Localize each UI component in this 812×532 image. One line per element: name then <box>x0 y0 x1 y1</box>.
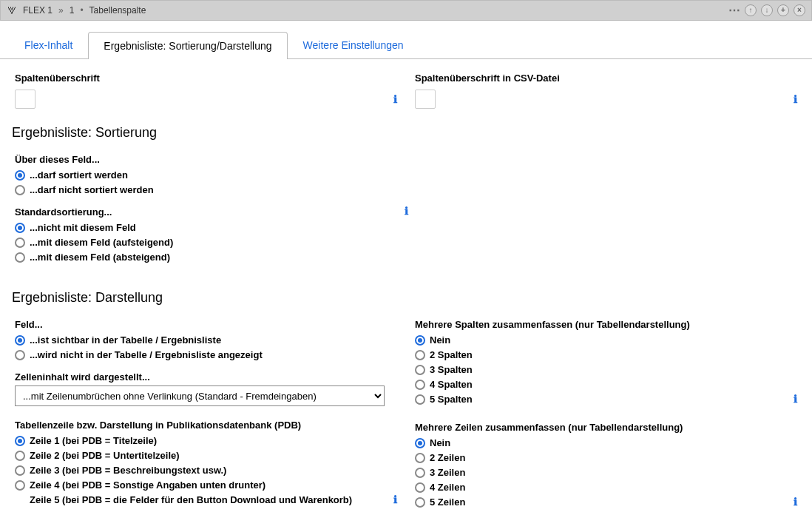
info-icon[interactable] <box>405 205 408 218</box>
radio-cols-4[interactable]: 4 Spalten <box>415 377 788 392</box>
info-icon[interactable] <box>794 93 797 106</box>
radio-pdb-row-1[interactable]: Zeile 1 (bei PDB = Titelzeile) <box>15 434 388 448</box>
radio-sort-allowed[interactable]: ...darf sortiert werden <box>15 168 399 183</box>
more-icon[interactable]: ⋯ <box>728 4 740 16</box>
radio-rows-5[interactable]: 5 Zeilen <box>415 495 788 510</box>
radio-default-sort-none[interactable]: ...nicht mit diesem Feld <box>15 220 399 235</box>
breadcrumb-3: Tabellenspalte <box>89 5 146 16</box>
radio-sort-not-allowed[interactable]: ...darf nicht sortiert werden <box>15 183 399 198</box>
info-icon[interactable] <box>393 93 397 106</box>
label-column-header-csv: Spaltenüberschrift in CSV-Datei <box>415 73 797 84</box>
titlebar-actions: ⋯ ↑ ↓ + × <box>728 4 805 16</box>
info-icon[interactable] <box>794 393 797 405</box>
radio-cols-2[interactable]: 2 Spalten <box>415 348 788 363</box>
section-sorting: Ergebnisliste: Sortierung <box>12 125 797 141</box>
close-icon[interactable]: × <box>794 4 805 16</box>
input-column-header[interactable] <box>15 90 35 109</box>
radio-rows-2[interactable]: 2 Zeilen <box>415 451 788 465</box>
radio-pdb-row-3[interactable]: Zeile 3 (bei PDB = Beschreibungstext usw… <box>15 463 388 478</box>
select-cell-display[interactable]: ...mit Zeilenumbrüchen ohne Verlinkung (… <box>15 385 385 406</box>
radio-field-visible[interactable]: ...ist sichtbar in der Tabelle / Ergebni… <box>15 333 397 348</box>
radio-default-sort-asc[interactable]: ...mit diesem Feld (aufsteigend) <box>15 235 399 250</box>
label-merge-rows: Mehrere Zeilen zusammenfassen (nur Tabel… <box>415 422 788 433</box>
radio-rows-none[interactable]: Nein <box>415 436 788 451</box>
label-sort-field: Über dieses Feld... <box>15 154 399 165</box>
add-icon[interactable]: + <box>777 4 789 16</box>
info-icon[interactable] <box>393 494 397 506</box>
radio-pdb-row-5[interactable]: Zeile 5 (bei PDB = die Felder für den Bu… <box>15 493 388 508</box>
radio-field-hidden[interactable]: ...wird nicht in der Tabelle / Ergebnisl… <box>15 348 397 363</box>
breadcrumb-1: FLEX 1 <box>23 5 53 16</box>
radio-pdb-row-4[interactable]: Zeile 4 (bei PDB = Sonstige Angaben unte… <box>15 478 388 493</box>
radio-default-sort-desc[interactable]: ...mit diesem Feld (absteigend) <box>15 250 399 265</box>
label-default-sort: Standardsortierung... <box>15 206 399 218</box>
move-up-icon[interactable]: ↑ <box>745 4 757 16</box>
breadcrumb-sep-1: » <box>58 5 64 16</box>
section-display: Ergebnisliste: Darstellung <box>12 290 797 306</box>
radio-rows-3[interactable]: 3 Zeilen <box>415 465 788 480</box>
label-merge-cols: Mehrere Spalten zusammenfassen (nur Tabe… <box>415 319 788 330</box>
tab-more-settings[interactable]: Weitere Einstellungen <box>288 31 419 58</box>
label-cell-display: Zelleninhalt wird dargestellt... <box>15 371 397 383</box>
label-column-header: Spaltenüberschrift <box>15 73 397 84</box>
radio-cols-3[interactable]: 3 Spalten <box>415 363 788 377</box>
radio-rows-4[interactable]: 4 Zeilen <box>415 480 788 495</box>
breadcrumb-2: 1 <box>70 5 75 16</box>
radio-cols-none[interactable]: Nein <box>415 333 788 348</box>
radio-pdb-row-2[interactable]: Zeile 2 (bei PDB = Untertitelzeile) <box>15 448 388 463</box>
input-column-header-csv[interactable] <box>415 90 436 109</box>
tabs: Flex-Inhalt Ergebnisliste: Sortierung/Da… <box>0 21 812 59</box>
info-icon[interactable] <box>794 496 797 508</box>
label-field-visibility: Feld... <box>15 319 397 330</box>
tab-flex-content[interactable]: Flex-Inhalt <box>9 31 88 58</box>
radio-cols-5[interactable]: 5 Spalten <box>415 392 788 407</box>
breadcrumb-sep-2: • <box>80 5 83 16</box>
label-pdb-row: Tabellenzeile bzw. Darstellung in Publik… <box>15 420 388 431</box>
collapse-icon[interactable]: ⩔ <box>7 4 17 16</box>
titlebar: ⩔ FLEX 1 » 1 • Tabellenspalte ⋯ ↑ ↓ + × <box>0 0 812 21</box>
tab-result-sort-display[interactable]: Ergebnisliste: Sortierung/Darstellung <box>88 32 287 59</box>
move-down-icon[interactable]: ↓ <box>761 4 773 16</box>
